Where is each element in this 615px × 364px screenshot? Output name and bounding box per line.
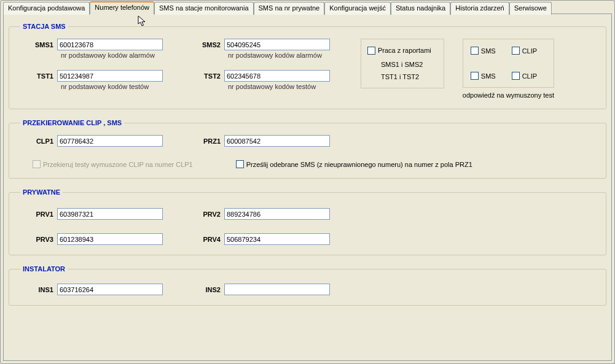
panel-numery-telefonow: STACJA SMS SMS1 nr podstawowy kodów alar… — [3, 14, 612, 361]
tab-numery-telefonow[interactable]: Numery telefonów — [90, 1, 154, 14]
group-prywatne: PRYWATNE PRV1 PRV2 PRV3 PRV4 — [9, 188, 606, 255]
input-prz1[interactable] — [224, 135, 330, 147]
input-ins2[interactable] — [224, 284, 330, 295]
reports-line2: TST1 i TST2 — [367, 71, 431, 83]
cb-sms-1[interactable]: SMS — [471, 47, 496, 55]
tab-sms-prywatne[interactable]: SMS na nr prywatne — [254, 2, 325, 15]
input-clp1[interactable] — [57, 135, 163, 147]
input-prv4[interactable] — [224, 233, 330, 245]
cb-sms-2[interactable]: SMS — [471, 72, 496, 80]
hint-sms1: nr podstawowy kodów alarmów — [61, 52, 163, 59]
label-tst1: TST1 — [20, 72, 57, 80]
group-instalator: INSTALATOR INS1 INS2 — [9, 265, 606, 306]
input-prv2[interactable] — [224, 208, 330, 220]
input-sms1[interactable] — [57, 39, 163, 50]
reports-line1: SMS1 i SMS2 — [367, 58, 431, 71]
tab-status[interactable]: Status nadajnika — [391, 2, 450, 15]
tab-sms-stacje[interactable]: SMS na stacje monitorowania — [154, 2, 254, 15]
tab-konfig-wejsc[interactable]: Konfiguracja wejść — [324, 2, 391, 15]
cb-clip-1-label: CLIP — [522, 47, 537, 55]
label-prv3: PRV3 — [20, 236, 57, 243]
label-sms1: SMS1 — [20, 41, 57, 48]
input-sms2[interactable] — [224, 39, 330, 50]
tab-historia[interactable]: Historia zdarzeń — [450, 2, 509, 15]
input-prv1[interactable] — [57, 208, 163, 220]
label-prv1: PRV1 — [20, 211, 57, 218]
label-ins1: INS1 — [20, 286, 57, 293]
group-przekierowanie: PRZEKIEROWANIE CLIP , SMS CLP1 PRZ1 Prze… — [9, 119, 606, 179]
hint-tst1: nr podstawowy kodów testów — [61, 83, 163, 90]
checkbox-icon — [512, 72, 520, 80]
reports-box: Praca z raportami SMS1 i SMS2 TST1 i TST… — [361, 39, 444, 88]
cb-clip-2[interactable]: CLIP — [512, 72, 537, 80]
checkbox-icon — [367, 47, 375, 55]
label-prv2: PRV2 — [187, 211, 224, 218]
app-window: Konfiguracja podstawowa Numery telefonów… — [0, 0, 615, 364]
legend-inst: INSTALATOR — [20, 265, 68, 273]
cb-sms-1-label: SMS — [481, 47, 496, 55]
label-clp1: CLP1 — [20, 137, 57, 145]
label-prv4: PRV4 — [187, 236, 224, 243]
legend-pryw: PRYWATNE — [20, 188, 63, 196]
checkbox-icon — [471, 47, 479, 55]
checkbox-icon — [471, 72, 479, 80]
cb-clip-1[interactable]: CLIP — [512, 47, 537, 55]
legend-stacja: STACJA SMS — [20, 23, 68, 30]
resp-label: odpowiedź na wymuszony test — [463, 91, 554, 99]
smsclip-box: SMS CLIP SMS CLIP — [463, 39, 554, 88]
label-prz1: PRZ1 — [187, 137, 224, 145]
cb-przeslij-label: Prześlij odebrane SMS (z nieuprawnionego… — [246, 161, 472, 168]
tabs-bar: Konfiguracja podstawowa Numery telefonów… — [3, 1, 615, 14]
cb-sms-2-label: SMS — [481, 72, 496, 80]
cb-przeslij-sms[interactable]: Prześlij odebrane SMS (z nieuprawnionego… — [236, 160, 472, 168]
label-tst2: TST2 — [187, 72, 224, 80]
cb-przekieruj-label: Przekieruj testy wymuszone CLIP na numer… — [43, 161, 193, 168]
cb-clip-2-label: CLIP — [522, 72, 537, 80]
group-stacja-sms: STACJA SMS SMS1 nr podstawowy kodów alar… — [9, 23, 606, 109]
tab-konfig-podst[interactable]: Konfiguracja podstawowa — [3, 2, 90, 15]
checkbox-icon — [33, 160, 41, 168]
hint-sms2: nr podstawowy kodów alarmów — [228, 52, 330, 59]
legend-przek: PRZEKIEROWANIE CLIP , SMS — [20, 119, 124, 126]
cb-praca-raportami[interactable]: Praca z raportami — [367, 44, 431, 56]
input-tst1[interactable] — [57, 70, 163, 82]
input-prv3[interactable] — [57, 233, 163, 245]
label-sms2: SMS2 — [187, 41, 224, 48]
checkbox-icon — [512, 47, 520, 55]
tab-serwisowe[interactable]: Serwisowe — [509, 2, 552, 15]
label-ins2: INS2 — [187, 286, 224, 293]
hint-tst2: nr podstawowy kodów testów — [228, 83, 330, 90]
input-ins1[interactable] — [57, 284, 163, 295]
checkbox-icon — [236, 160, 244, 168]
cb-praca-label: Praca z raportami — [378, 44, 431, 56]
input-tst2[interactable] — [224, 70, 330, 82]
cb-przekieruj-clip: Przekieruj testy wymuszone CLIP na numer… — [33, 160, 193, 168]
